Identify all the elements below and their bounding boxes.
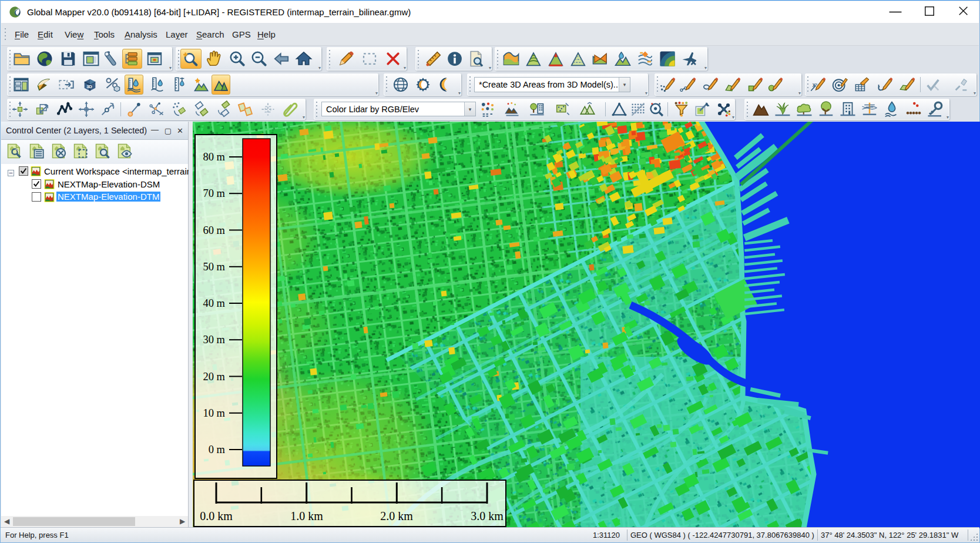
svg-text:0 m: 0 m bbox=[209, 444, 226, 455]
svg-text:70 m: 70 m bbox=[203, 187, 225, 199]
svg-text:40 m: 40 m bbox=[203, 297, 225, 309]
svg-text:10 m: 10 m bbox=[203, 407, 225, 419]
svg-text:60 m: 60 m bbox=[203, 224, 225, 236]
svg-text:50 m: 50 m bbox=[203, 261, 225, 273]
svg-text:30 m: 30 m bbox=[203, 334, 225, 346]
svg-text:3D: 3D bbox=[86, 84, 92, 89]
svg-text:3.0 km: 3.0 km bbox=[471, 510, 504, 522]
svg-text:1.0 km: 1.0 km bbox=[290, 510, 323, 522]
svg-text:20 m: 20 m bbox=[203, 371, 225, 383]
svg-text:80 m: 80 m bbox=[203, 151, 225, 163]
svg-text:2.0 km: 2.0 km bbox=[380, 510, 413, 522]
svg-text:0.0 km: 0.0 km bbox=[200, 510, 233, 522]
